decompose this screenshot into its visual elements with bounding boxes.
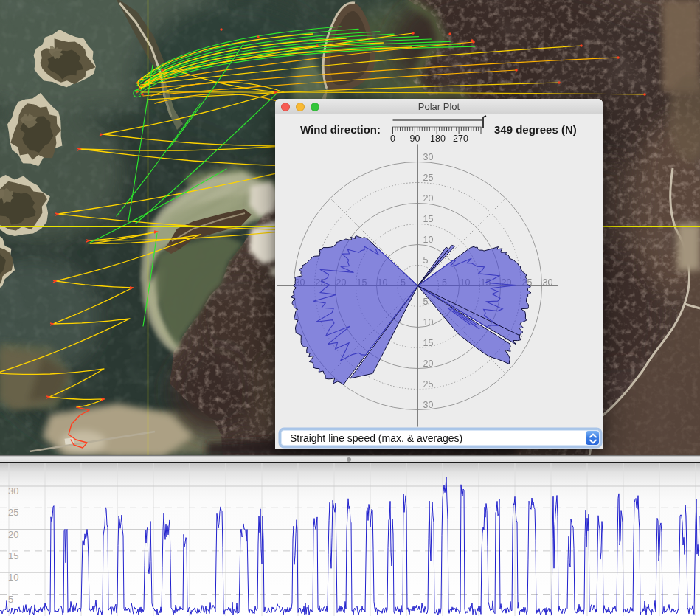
svg-text:15: 15 (423, 214, 434, 224)
svg-text:30: 30 (543, 277, 553, 288)
svg-text:10: 10 (423, 235, 434, 245)
svg-text:20: 20 (8, 529, 18, 540)
svg-text:15: 15 (423, 338, 434, 348)
svg-text:5: 5 (8, 594, 13, 605)
svg-text:20: 20 (423, 193, 434, 204)
svg-text:5: 5 (423, 255, 429, 266)
svg-text:10: 10 (423, 317, 434, 328)
svg-text:30: 30 (8, 485, 18, 496)
svg-text:25: 25 (423, 379, 434, 390)
svg-text:30: 30 (423, 152, 434, 162)
svg-text:10: 10 (8, 572, 18, 583)
svg-text:20: 20 (423, 359, 434, 369)
svg-text:25: 25 (423, 173, 434, 183)
svg-text:30: 30 (423, 400, 434, 410)
svg-text:25: 25 (8, 507, 18, 518)
svg-text:15: 15 (8, 550, 18, 561)
